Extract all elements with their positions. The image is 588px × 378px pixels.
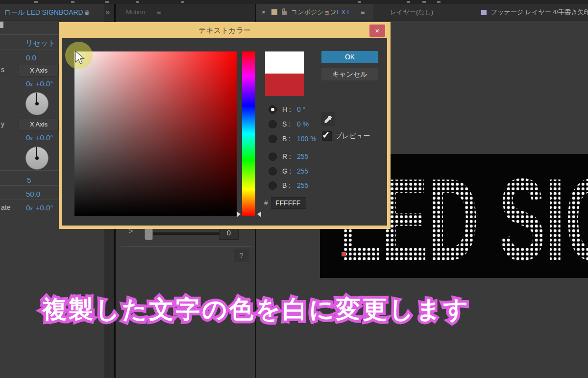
panel-menu-icon[interactable]: ≡ (361, 4, 365, 21)
field-value[interactable]: 255 (297, 181, 308, 189)
check-icon: ✓ (322, 129, 330, 141)
hue-marker-left-icon[interactable] (237, 211, 241, 217)
radio-b[interactable] (269, 135, 277, 143)
slider-track[interactable] (149, 232, 222, 235)
axis-dropdown[interactable]: X Axis (19, 119, 59, 130)
edge-fragment (0, 22, 3, 28)
rotation-x: x (30, 205, 33, 211)
brightness-field-row: B : 100 % (269, 134, 317, 143)
panel-tick (34, 1, 38, 3)
panel-tick (136, 1, 139, 3)
rotation-degrees: +0.0° (36, 203, 53, 212)
help-button[interactable]: ? (234, 249, 249, 262)
saturation-brightness-field[interactable] (74, 51, 237, 216)
field-label: R : (282, 152, 297, 160)
reset-link[interactable]: リセット (25, 39, 55, 48)
property-label-fragment: y (1, 120, 4, 128)
text-color-dialog: テキストカラー × OK キャンセル H : 0 ° S : 0 % (59, 22, 391, 229)
rotation-degrees: +0.0° (36, 79, 53, 88)
field-value[interactable]: 100 % (297, 135, 317, 143)
hue-slider[interactable] (242, 51, 255, 216)
rotation-dial[interactable] (25, 147, 49, 170)
eyedropper-icon (324, 115, 333, 124)
comp-color-swatch-icon (271, 9, 277, 15)
field-label: S : (282, 120, 297, 128)
layer-anchor-point[interactable] (342, 252, 346, 256)
tab-effect-controls-label[interactable]: ロール LED SIGNBOARD 2 (4, 4, 89, 21)
radio-blue[interactable] (269, 181, 277, 190)
hue-field-row: H : 0 ° (269, 105, 305, 114)
tab-motion-label[interactable]: Motion (126, 4, 145, 21)
eyedropper-button[interactable] (321, 112, 335, 126)
panel-tick (71, 1, 74, 3)
radio-h[interactable] (269, 105, 277, 114)
rotation-value[interactable]: 0x+0.0° (26, 203, 53, 212)
property-label-fragment: s (1, 66, 4, 74)
preview-checkbox[interactable]: ✓ (322, 131, 332, 141)
radio-r[interactable] (269, 152, 277, 161)
cancel-button[interactable]: キャンセル (321, 68, 378, 80)
dialog-content: OK キャンセル H : 0 ° S : 0 % B : 100 % R : 2… (62, 38, 387, 226)
app-screen: ロール LED SIGNBOARD 2 ≡ » Motion ≡ × コンポジシ… (0, 0, 588, 378)
radio-g[interactable] (269, 167, 277, 176)
panel-menu-icon[interactable]: ≡ (157, 4, 161, 21)
mouse-cursor-icon (74, 50, 85, 67)
new-color-swatch (265, 51, 304, 74)
tab-composition-prefix[interactable]: コンポジション (291, 4, 337, 21)
caption-text: 複製した文字の色を白に変更します (42, 296, 470, 323)
lock-icon[interactable] (282, 11, 287, 15)
rotation-value[interactable]: 0x+0.0° (26, 133, 53, 142)
color-swatch (265, 51, 304, 96)
field-label: B : (282, 181, 297, 189)
field-value[interactable]: 0 % (297, 120, 309, 128)
property-value[interactable]: 50.0 (26, 190, 40, 198)
field-value[interactable]: 255 (297, 152, 308, 160)
property-value[interactable]: 0.0 (26, 53, 36, 62)
field-value[interactable]: 0 ° (297, 105, 305, 113)
field-label: H : (282, 105, 297, 113)
dialog-title: テキストカラー (59, 22, 391, 38)
collapse-panel-icon[interactable]: » (105, 4, 110, 21)
hex-hash-label: # (264, 199, 268, 207)
axis-dropdown[interactable]: X Axis (19, 65, 59, 76)
rotation-degrees: +0.0° (36, 133, 53, 142)
panel-tick (437, 1, 441, 3)
footage-color-swatch-icon (481, 10, 487, 15)
property-label-fragment: ate (1, 203, 10, 211)
field-label: B : (282, 135, 297, 143)
field-value[interactable]: 255 (297, 167, 308, 175)
close-tab-icon[interactable]: × (262, 4, 266, 21)
hex-input[interactable] (271, 197, 306, 209)
radio-s[interactable] (269, 120, 277, 128)
tab-layer-label[interactable]: レイヤー(なし) (390, 4, 433, 21)
field-label: G : (282, 167, 297, 175)
panel-tick (181, 1, 184, 3)
preview-label: プレビュー (335, 132, 370, 141)
panel-menu-icon[interactable]: ≡ (85, 4, 89, 21)
rotation-dial[interactable] (25, 92, 49, 115)
row-divider (121, 246, 252, 247)
tab-bar: ロール LED SIGNBOARD 2 ≡ » Motion ≡ × コンポジシ… (0, 4, 588, 21)
rotation-value[interactable]: 0x+0.0° (26, 79, 53, 88)
rotation-x: x (30, 135, 33, 141)
saturation-field-row: S : 0 % (269, 120, 309, 128)
current-color-swatch (265, 74, 304, 96)
blue-field-row: B : 255 (269, 181, 308, 190)
tab-footage-label[interactable]: フッテージ レイヤー 4/手書き矢印 (491, 4, 588, 21)
panel-tick (105, 1, 109, 3)
panel-tick (407, 1, 410, 3)
property-value[interactable]: 5 (27, 176, 31, 184)
panel-tick (422, 1, 426, 3)
top-edge-strip (0, 0, 588, 4)
tutorial-caption: 複製した文字の色を白に変更します 複製した文字の色を白に変更します (42, 293, 470, 326)
rotation-x: x (30, 81, 33, 87)
red-field-row: R : 255 (269, 152, 308, 161)
hue-marker-right-icon[interactable] (257, 211, 261, 217)
ok-button[interactable]: OK (321, 51, 378, 63)
green-field-row: G : 255 (269, 167, 308, 176)
close-dialog-button[interactable]: × (369, 25, 385, 37)
tab-composition-name[interactable]: TEXT (332, 4, 350, 21)
panel-tick (358, 1, 361, 3)
